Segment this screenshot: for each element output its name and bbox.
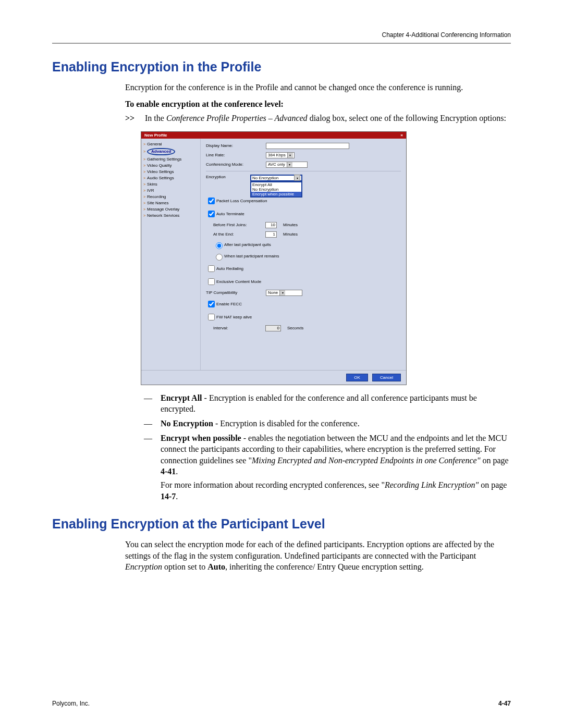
packet-loss-label: Packet Loss Compensation [216, 199, 267, 203]
arrow-icon: > [143, 164, 145, 167]
conf-mode-label: Conferencing Mode: [206, 162, 266, 167]
before-first-unit: Minutes [283, 223, 298, 227]
before-first-input[interactable]: 10 [265, 222, 277, 228]
chevron-down-icon: ▾ [294, 175, 300, 181]
fw-nat-label: FW NAT keep alive [216, 315, 252, 319]
nav-item[interactable]: >Gathering Settings [143, 157, 198, 162]
before-first-label: Before First Joins: [213, 223, 265, 227]
interval-label: Interval: [213, 326, 265, 330]
after-last-quits-radio[interactable] [216, 242, 223, 249]
arrow-icon: > [143, 182, 145, 186]
option-encrypt-when-possible: Encrypt when possible - enables the nego… [161, 433, 511, 502]
line-rate-select[interactable]: 384 Kbps▾ [266, 152, 295, 158]
after-last-quits-label: After last participant quits [224, 242, 271, 247]
line-rate-label: Line Rate: [206, 153, 266, 157]
interval-input[interactable]: 0 [265, 325, 281, 331]
dialog-title: New Profile [144, 133, 167, 138]
when-last-remains-radio[interactable] [216, 254, 223, 261]
dialog-titlebar: New Profile × [141, 132, 406, 139]
encryption-select[interactable]: No Encryption ▾ [250, 175, 302, 181]
ok-button[interactable]: OK [346, 374, 368, 381]
nav-item-label: Video Quality [147, 163, 172, 168]
exclusive-content-label: Exclusive Content Mode [216, 279, 261, 284]
close-icon[interactable]: × [400, 133, 403, 138]
dash-bullet: — [141, 392, 155, 415]
page-number: 4-47 [498, 700, 511, 707]
arrow-icon: > [143, 157, 145, 161]
nav-item[interactable]: >Video Settings [143, 169, 198, 174]
arrow-icon: > [143, 150, 145, 153]
section1-intro: Encryption for the conference is in the … [125, 82, 511, 93]
nav-item-label: Skins [147, 182, 157, 187]
nav-item[interactable]: >Advanced [143, 148, 198, 155]
option-encrypt-all: Encrypt All - Encryption is enabled for … [161, 392, 511, 415]
dialog-form: Display Name: Line Rate: 384 Kbps▾ Confe… [201, 139, 406, 370]
enable-fecc-label: Enable FECC [216, 302, 242, 306]
nav-item-label: Message Overlay [147, 207, 179, 212]
display-name-input[interactable] [266, 143, 349, 149]
nav-item-label: Recording [147, 194, 166, 199]
arrow-icon: > [143, 207, 145, 211]
arrow-icon: > [143, 201, 145, 205]
section1-title: Enabling Encryption in the Profile [52, 59, 511, 75]
howto-title: To enable encryption at the conference l… [125, 98, 511, 110]
step-text: In the Conference Profile Properties – A… [145, 113, 506, 124]
at-end-unit: Minutes [283, 232, 298, 237]
section2-intro: You can select the encryption mode for e… [125, 539, 511, 573]
encryption-option[interactable]: Encrypt All [251, 182, 301, 187]
step-marker: >> [125, 113, 138, 124]
dash-bullet: — [141, 418, 155, 429]
nav-item-label: Gathering Settings [147, 157, 181, 162]
auto-redial-checkbox[interactable] [208, 265, 215, 272]
packet-loss-checkbox[interactable] [208, 198, 215, 204]
nav-item[interactable]: >IVR [143, 188, 198, 193]
at-end-label: At the End: [213, 232, 265, 237]
nav-item[interactable]: >Network Services [143, 213, 198, 218]
arrow-icon: > [143, 189, 145, 192]
chapter-header: Chapter 4-Additional Conferencing Inform… [52, 31, 511, 39]
exclusive-content-checkbox[interactable] [208, 278, 215, 285]
encryption-option[interactable]: No Encryption [251, 187, 301, 192]
tip-compat-label: TIP Compatibility [206, 290, 266, 295]
nav-item-label: Advanced [147, 148, 175, 155]
display-name-label: Display Name: [206, 143, 266, 148]
dash-bullet: — [141, 433, 155, 502]
nav-item-label: Audio Settings [147, 176, 174, 180]
cancel-button[interactable]: Cancel [372, 374, 401, 381]
interval-unit: Seconds [287, 326, 303, 330]
fw-nat-checkbox[interactable] [208, 314, 215, 320]
arrow-icon: > [143, 176, 145, 180]
at-end-input[interactable]: 1 [265, 231, 277, 238]
chevron-down-icon: ▾ [279, 290, 285, 295]
nav-item[interactable]: >Site Names [143, 201, 198, 205]
nav-item-label: Network Services [147, 213, 179, 218]
enable-fecc-checkbox[interactable] [208, 301, 215, 307]
nav-item[interactable]: >Recording [143, 194, 198, 199]
chevron-down-icon: ▾ [287, 153, 293, 158]
nav-item-label: Site Names [147, 201, 168, 205]
nav-item[interactable]: >Video Quality [143, 163, 198, 168]
nav-item-label: Video Settings [147, 169, 174, 174]
nav-item-label: IVR [147, 188, 154, 193]
embedded-dialog: New Profile × >General>Advanced>Gatherin… [141, 131, 511, 385]
arrow-icon: > [143, 214, 145, 217]
tip-compat-select[interactable]: None▾ [266, 290, 302, 296]
footer-company: Polycom, Inc. [52, 700, 90, 707]
dialog-nav: >General>Advanced>Gathering Settings>Vid… [141, 139, 201, 370]
nav-item[interactable]: >Skins [143, 182, 198, 187]
nav-item[interactable]: >Audio Settings [143, 176, 198, 180]
nav-item[interactable]: >Message Overlay [143, 207, 198, 212]
when-last-remains-label: When last participant remains [224, 254, 279, 258]
encryption-label: Encryption [206, 175, 250, 179]
auto-terminate-checkbox[interactable] [208, 211, 215, 217]
arrow-icon: > [143, 195, 145, 199]
nav-item-label: General [147, 142, 162, 146]
chevron-down-icon: ▾ [287, 162, 292, 167]
conf-mode-select[interactable]: AVC only▾ [266, 162, 308, 168]
arrow-icon: > [143, 142, 145, 146]
nav-item[interactable]: >General [143, 142, 198, 146]
header-rule [52, 43, 511, 44]
encryption-option[interactable]: Encrypt when possible [251, 192, 301, 196]
encryption-dropdown[interactable]: Encrypt AllNo EncryptionEncrypt when pos… [250, 181, 302, 198]
arrow-icon: > [143, 170, 145, 174]
